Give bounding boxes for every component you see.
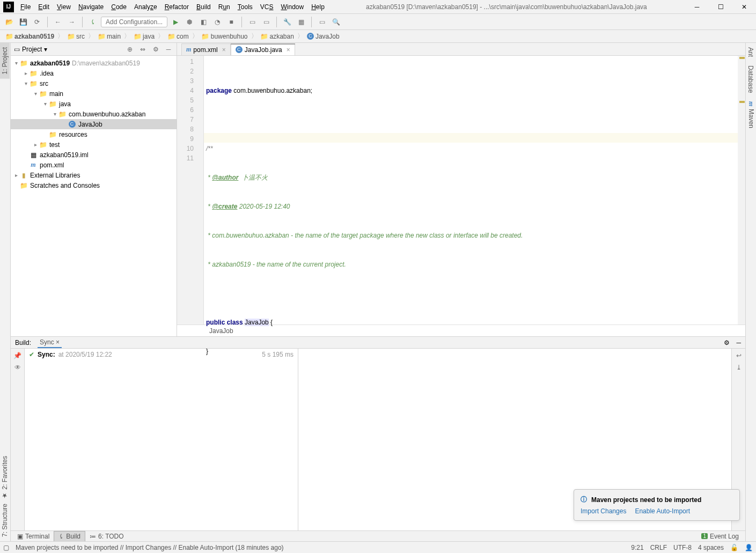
gear-icon[interactable]: ⚙ (151, 45, 160, 54)
close-button[interactable]: ✕ (732, 0, 756, 14)
menu-view[interactable]: View (54, 2, 74, 12)
bottom-tool-stripe: ▣ Terminal ⤹ Build ≔ 6: TODO 1 Event Log (11, 530, 745, 541)
tab-maven[interactable]: m Maven (746, 97, 756, 132)
close-icon[interactable]: × (287, 46, 290, 54)
hide-icon[interactable]: ─ (736, 339, 741, 346)
tab-terminal[interactable]: ▣ Terminal (13, 532, 54, 541)
hide-icon[interactable]: ─ (164, 45, 173, 54)
link-import-changes[interactable]: Import Changes (581, 507, 626, 515)
forward-button[interactable]: → (66, 16, 78, 28)
wrap-icon[interactable]: ↩ (736, 352, 742, 359)
search-button[interactable]: 🔍 (330, 16, 342, 28)
minimize-button[interactable]: ─ (685, 0, 709, 14)
link-enable-auto-import[interactable]: Enable Auto-Import (635, 507, 690, 515)
bc-com[interactable]: 📁com (165, 33, 191, 40)
menu-vcs[interactable]: VCS (257, 2, 277, 12)
menu-edit[interactable]: Edit (35, 2, 53, 12)
build-button[interactable]: ⤹ (87, 16, 99, 28)
pin-icon[interactable]: 📌 (13, 352, 21, 359)
bc-java[interactable]: 📁java (131, 33, 157, 40)
menu-help[interactable]: Help (308, 2, 328, 12)
menu-run[interactable]: Run (215, 2, 233, 12)
tree-idea[interactable]: ▸📁.idea (11, 68, 177, 78)
scroll-icon[interactable]: ⤓ (736, 364, 742, 371)
tree-external[interactable]: ▸▮External Libraries (11, 170, 177, 180)
coverage-button[interactable]: ◧ (197, 16, 209, 28)
run-button[interactable]: ▶ (170, 16, 181, 28)
menu-navigate[interactable]: Navigate (75, 2, 107, 12)
code-content[interactable]: package com.buwenbuhuo.azkaban; /** * @a… (204, 56, 738, 325)
run-config-selector[interactable]: Add Configuration... (101, 17, 167, 27)
bc-src[interactable]: 📁src (65, 33, 87, 40)
bc-buwenbuhuo[interactable]: 📁buwenbuhuo (200, 33, 250, 40)
bc-azkaban[interactable]: 📁azkaban (259, 33, 296, 40)
error-stripe[interactable] (738, 56, 745, 325)
editor-tabs: mpom.xml× CJavaJob.java× (177, 43, 745, 56)
project-panel-title[interactable]: ▭ Project ▾ (14, 46, 122, 53)
tab-ant[interactable]: Ant (746, 43, 755, 61)
lock-icon[interactable]: 🔓 (730, 544, 738, 551)
right-tool-stripe: Ant Database m Maven (745, 43, 756, 541)
tree-iml[interactable]: ▦azkaban0519.iml (11, 150, 177, 160)
bc-main[interactable]: 📁main (96, 33, 123, 40)
tree-main[interactable]: ▾📁main (11, 89, 177, 99)
collapse-icon[interactable]: ⇔ (138, 45, 148, 54)
menu-file[interactable]: File (17, 2, 34, 12)
tree-resources[interactable]: 📁resources (11, 129, 177, 139)
open-button[interactable]: 📂 (3, 16, 15, 28)
tab-eventlog[interactable]: 1 Event Log (697, 532, 743, 541)
build-tab-sync[interactable]: Sync × (38, 337, 62, 348)
tab-structure[interactable]: 7: Structure (0, 499, 10, 541)
editor[interactable]: 1234567891011 package com.buwenbuhuo.azk… (177, 56, 745, 325)
tree-src[interactable]: ▾📁src (11, 78, 177, 89)
tree-pom[interactable]: mpom.xml (11, 160, 177, 170)
tree-javajob[interactable]: CJavaJob (11, 119, 177, 129)
tab-favorites[interactable]: ★ 2: Favorites (0, 452, 10, 504)
bc-javajob[interactable]: CJavaJob (305, 33, 342, 40)
layout-button-2[interactable]: ▭ (260, 16, 272, 28)
menu-refactor[interactable]: Refactor (162, 2, 192, 12)
tab-todo[interactable]: ≔ 6: TODO (85, 532, 128, 541)
tab-build[interactable]: ⤹ Build (54, 531, 85, 542)
tab-pom[interactable]: mpom.xml× (181, 43, 231, 55)
tree-test[interactable]: ▸📁test (11, 139, 177, 150)
tree-scratches[interactable]: 📁Scratches and Consoles (11, 180, 177, 190)
menu-build[interactable]: Build (193, 2, 214, 12)
maximize-button[interactable]: ☐ (709, 0, 732, 14)
menu-window[interactable]: Window (277, 2, 307, 12)
encoding[interactable]: UTF-8 (673, 544, 692, 551)
statusbar: ▢ Maven projects need to be imported // … (0, 541, 756, 553)
eye-icon[interactable]: 👁 (14, 364, 21, 371)
close-icon[interactable]: × (222, 46, 226, 54)
menu-analyze[interactable]: Analyze (131, 2, 160, 12)
project-panel-header: ▭ Project ▾ ⊕ ⇔ ⚙ ─ (11, 43, 177, 56)
profile-button[interactable]: ◔ (211, 16, 223, 28)
layout-button-1[interactable]: ▭ (246, 16, 258, 28)
tree-java[interactable]: ▾📁java (11, 99, 177, 109)
reload-button[interactable]: ⟳ (31, 16, 43, 28)
inspector-icon[interactable]: 👤 (745, 544, 753, 551)
structure-button[interactable]: ▦ (295, 16, 307, 28)
settings-icon[interactable]: 🔧 (281, 16, 293, 28)
presentation-button[interactable]: ▭ (316, 16, 328, 28)
titlebar: IJ File Edit View Navigate Code Analyze … (0, 0, 756, 14)
menu-code[interactable]: Code (108, 2, 130, 12)
gear-icon[interactable]: ⚙ (724, 339, 730, 346)
menu-tools[interactable]: Tools (234, 2, 256, 12)
line-ending[interactable]: CRLF (650, 544, 667, 551)
indent[interactable]: 4 spaces (698, 544, 724, 551)
back-button[interactable]: ← (52, 16, 64, 28)
locate-icon[interactable]: ⊕ (125, 45, 135, 54)
tree-root[interactable]: ▾📁azkaban0519D:\maven\azkaban0519 (11, 58, 177, 68)
stop-button[interactable]: ■ (225, 16, 237, 28)
tree-package[interactable]: ▾📁com.buwenbuhuo.azkaban (11, 109, 177, 119)
debug-button[interactable]: ⬢ (184, 16, 195, 28)
tab-project[interactable]: 1: Project (0, 43, 10, 79)
save-button[interactable]: 💾 (17, 16, 29, 28)
breadcrumb: 📁azkaban0519〉 📁src〉 📁main〉 📁java〉 📁com〉 … (0, 30, 756, 43)
window-icon[interactable]: ▢ (3, 544, 9, 551)
tab-database[interactable]: Database (746, 61, 755, 97)
cursor-position[interactable]: 9:21 (631, 544, 643, 551)
bc-project[interactable]: 📁azkaban0519 (3, 33, 56, 40)
tab-javajob-file[interactable]: CJavaJob.java× (231, 43, 295, 55)
